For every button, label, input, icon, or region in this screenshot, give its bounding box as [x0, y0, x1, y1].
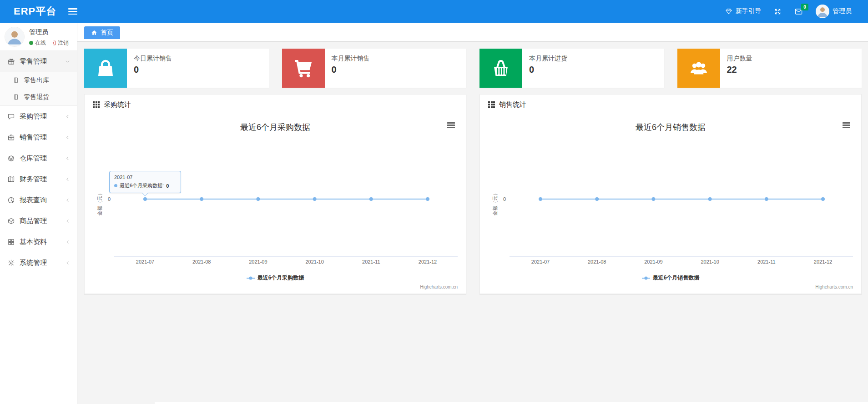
- basket-icon: [479, 49, 522, 88]
- app-brand[interactable]: ERP平台: [0, 5, 68, 18]
- sidebar-item-label: 仓库管理: [20, 154, 60, 163]
- tooltip-category: 2021-07: [114, 175, 176, 180]
- sales-stats-panel: 销售统计 最近6个月销售数据金额（元）02021-072021-082021-0…: [479, 94, 862, 294]
- stat-card-label: 本月累计进货: [529, 55, 567, 63]
- layers-icon: [7, 155, 15, 162]
- stat-card-value: 0: [134, 65, 172, 75]
- top-navbar: ERP平台 新手引导 0 管理员: [0, 0, 868, 23]
- sidebar-item-label: 基本资料: [20, 238, 60, 246]
- grid-th-icon: [93, 101, 100, 108]
- sidebar-username: 管理员: [29, 28, 69, 36]
- line-series[interactable]: [85, 115, 466, 294]
- sidebar-item-label: 销售管理: [20, 133, 60, 142]
- x-axis-tick: 2021-12: [419, 259, 437, 264]
- stat-card-label: 本月累计销售: [332, 55, 370, 63]
- sidebar-item-retail-management[interactable]: 零售管理: [0, 51, 77, 72]
- stat-card-value: 22: [727, 65, 752, 75]
- gift-icon: [7, 58, 15, 65]
- legend-item[interactable]: 最近6个月销售数据: [642, 274, 700, 282]
- stat-card-value: 0: [332, 65, 370, 75]
- purchase-chart: 最近6个月采购数据金额（元）02021-072021-082021-092021…: [85, 115, 466, 294]
- stat-card-label: 今日累计销售: [134, 55, 172, 63]
- sidebar-item-label: 商品管理: [20, 217, 60, 225]
- sidebar-subitem-label: 零售退货: [24, 93, 49, 101]
- gem-icon: [725, 8, 732, 15]
- chevron-left-icon: [65, 135, 71, 140]
- x-axis-tick: 2021-11: [757, 259, 776, 264]
- sidebar-subitem-retail-return[interactable]: 零售退货: [0, 89, 77, 105]
- expand-icon: [774, 8, 782, 15]
- chevron-left-icon: [65, 176, 71, 182]
- panel-header: 采购统计: [85, 95, 466, 115]
- stat-cards-row: 今日累计销售0本月累计销售0本月累计进货0用户数量22: [84, 49, 862, 88]
- x-axis-tick: 2021-07: [136, 259, 154, 264]
- logout-link[interactable]: 注销: [50, 39, 69, 47]
- legend-label: 最近6个月销售数据: [653, 274, 700, 282]
- sidebar-item-basic-data[interactable]: 基本资料: [0, 231, 77, 252]
- chevron-left-icon: [65, 197, 71, 203]
- guide-button[interactable]: 新手引导: [719, 0, 767, 23]
- grid-icon: [7, 238, 15, 246]
- purchase-stats-panel: 采购统计 最近6个月采购数据金额（元）02021-072021-082021-0…: [84, 94, 466, 294]
- x-axis-tick: 2021-12: [814, 259, 832, 264]
- sidebar-item-label: 零售管理: [20, 57, 60, 66]
- sidebar-item-purchase-management[interactable]: 采购管理: [0, 106, 77, 127]
- stat-card-today-sales: 今日累计销售0: [84, 49, 269, 88]
- fullscreen-button[interactable]: [767, 0, 788, 23]
- x-axis-tick: 2021-11: [362, 259, 380, 264]
- chart-legend: 最近6个月采购数据: [85, 274, 466, 282]
- sidebar-item-report-query[interactable]: 报表查询: [0, 190, 77, 210]
- home-icon: [91, 30, 97, 36]
- sidebar-item-system-management[interactable]: 系统管理: [0, 252, 77, 273]
- sidebar-menu: 零售管理零售出库零售退货采购管理销售管理仓库管理财务管理报表查询商品管理基本资料…: [0, 51, 77, 273]
- chevron-left-icon: [65, 218, 71, 224]
- tab-home[interactable]: 首页: [84, 26, 120, 39]
- x-axis-tick: 2021-09: [249, 259, 267, 264]
- shopping-cart-icon: [282, 49, 325, 88]
- highcharts-credits[interactable]: Highcharts.com.cn: [420, 284, 458, 289]
- sidebar-item-label: 报表查询: [20, 196, 60, 204]
- online-dot-icon: [29, 41, 33, 45]
- file-icon: [13, 77, 20, 84]
- sidebar-item-label: 财务管理: [20, 175, 60, 184]
- online-status-label: 在线: [35, 39, 46, 47]
- cube-icon: [7, 217, 15, 225]
- panel-header: 销售统计: [480, 95, 861, 115]
- chevron-left-icon: [65, 155, 71, 161]
- shopping-bag-icon: [84, 49, 127, 88]
- comment-icon: [7, 113, 15, 120]
- stat-card-user-count: 用户数量22: [677, 49, 862, 88]
- chevron-left-icon: [65, 260, 71, 266]
- stat-card-value: 0: [529, 65, 567, 75]
- sidebar-item-warehouse-management[interactable]: 仓库管理: [0, 148, 77, 169]
- chart-legend: 最近6个月销售数据: [480, 274, 861, 282]
- line-series[interactable]: [480, 115, 861, 294]
- sidebar-subitem-retail-outbound[interactable]: 零售出库: [0, 72, 77, 89]
- x-axis-tick: 2021-08: [588, 259, 606, 264]
- highcharts-credits[interactable]: Highcharts.com.cn: [815, 284, 853, 289]
- chevron-left-icon: [65, 114, 71, 120]
- sidebar-item-sales-management[interactable]: 销售管理: [0, 127, 77, 148]
- tab-bar: 首页: [77, 23, 868, 42]
- legend-item[interactable]: 最近6个月采购数据: [247, 274, 304, 282]
- sidebar-item-label: 系统管理: [20, 259, 60, 267]
- navbar-username: 管理员: [833, 7, 852, 15]
- sidebar-item-finance-management[interactable]: 财务管理: [0, 169, 77, 190]
- chevron-down-icon: [65, 59, 71, 65]
- avatar: [816, 5, 829, 18]
- stat-card-month-purchase: 本月累计进货0: [479, 49, 664, 88]
- sign-out-icon: [50, 40, 56, 46]
- chevron-left-icon: [65, 239, 71, 245]
- x-axis-tick: 2021-10: [305, 259, 323, 264]
- sidebar-toggle-button[interactable]: [68, 8, 77, 15]
- user-menu[interactable]: 管理员: [809, 0, 858, 23]
- sidebar: 管理员 在线 注销 零售管理零售出库零售退货采购管理销售管理仓库管理财务管理报表…: [0, 23, 77, 404]
- stat-card-month-sales: 本月累计销售0: [282, 49, 467, 88]
- x-axis-tick: 2021-10: [701, 259, 719, 264]
- main-content: 首页 今日累计销售0本月累计销售0本月累计进货0用户数量22 采购统计 最近6个…: [77, 23, 868, 404]
- footer-strip: [155, 402, 868, 404]
- message-count-badge: 0: [801, 4, 808, 10]
- x-axis-tick: 2021-08: [192, 259, 211, 264]
- sidebar-item-goods-management[interactable]: 商品管理: [0, 210, 77, 231]
- messages-button[interactable]: 0: [788, 0, 809, 23]
